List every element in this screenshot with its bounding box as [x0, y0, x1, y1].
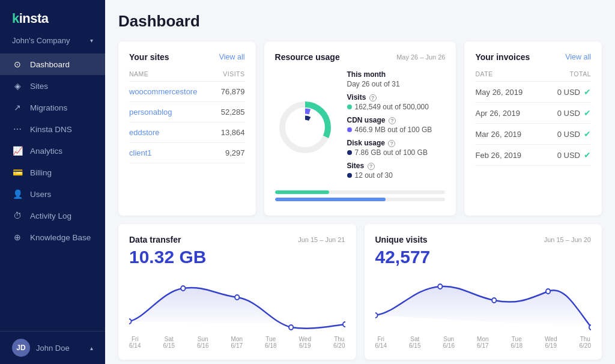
stat-sites: Sites ? 12 out of 30	[347, 162, 446, 180]
nav-menu: ⊙ Dashboard ◈ Sites ↗ Migrations ⋯ Kinst…	[0, 53, 105, 331]
site-visits: 76,879	[221, 87, 245, 96]
sites-icon: ◈	[12, 81, 23, 91]
svg-point-8	[343, 322, 345, 327]
help-icon[interactable]: ?	[369, 94, 377, 102]
dashboard-icon: ⊙	[12, 59, 23, 69]
x-label: Tue6/18	[511, 336, 523, 349]
data-transfer-chart	[129, 273, 345, 333]
donut-chart	[275, 97, 335, 157]
x-axis: Fri6/14 Sat6/15 Sun6/16 Mon6/17 Tue6/18 …	[129, 336, 345, 349]
resource-card: Resource usage May 26 – Jun 26	[264, 41, 456, 216]
check-icon: ✔	[584, 150, 591, 160]
company-name: John's Company	[12, 36, 70, 45]
sidebar-item-billing[interactable]: 💳 Billing	[0, 162, 105, 183]
site-link[interactable]: client1	[129, 148, 152, 157]
analytics-icon: 📈	[12, 146, 23, 156]
activity-log-icon: ⏱	[12, 211, 23, 220]
sidebar-item-label: Billing	[30, 168, 52, 177]
company-selector[interactable]: John's Company ▾	[0, 32, 105, 53]
chevron-down-icon: ▾	[90, 37, 93, 44]
x-label: Mon6/17	[477, 336, 488, 349]
site-link[interactable]: eddstore	[129, 128, 160, 137]
invoice-header: DATE TOTAL	[475, 70, 591, 82]
svg-point-4	[129, 319, 132, 324]
user-info: JD John Doe	[12, 339, 70, 357]
donut-svg	[275, 97, 335, 157]
main-content: Dashboard Your sites View all NAME VISIT…	[105, 0, 615, 364]
sidebar-item-analytics[interactable]: 📈 Analytics	[0, 140, 105, 162]
user-name: John Doe	[36, 344, 70, 353]
dot-navy	[347, 150, 352, 155]
invoices-view-all[interactable]: View all	[565, 53, 591, 61]
invoices-card-header: Your invoices View all	[475, 52, 591, 62]
resource-card-title: Resource usage	[275, 52, 340, 62]
x-label: Sat6/15	[163, 336, 175, 349]
sites-card-header: Your sites View all	[129, 52, 245, 62]
donut-container: This month Day 26 out of 31 Visits ? 162…	[275, 70, 446, 184]
unique-visits-value: 42,577	[375, 247, 592, 267]
x-label: Sat6/15	[409, 336, 420, 349]
sidebar-item-migrations[interactable]: ↗ Migrations	[0, 97, 105, 118]
sidebar-item-label: Sites	[30, 82, 48, 91]
invoice-date: Apr 26, 2019	[475, 109, 520, 118]
resource-stats: This month Day 26 out of 31 Visits ? 162…	[347, 70, 446, 184]
sites-view-all[interactable]: View all	[219, 53, 245, 61]
sidebar-item-dashboard[interactable]: ⊙ Dashboard	[0, 53, 105, 75]
sidebar-item-users[interactable]: 👤 Users	[0, 183, 105, 205]
sidebar-item-sites[interactable]: ◈ Sites	[0, 75, 105, 97]
help-icon[interactable]: ?	[388, 140, 395, 147]
sidebar-item-knowledge-base[interactable]: ⊕ Knowledge Base	[0, 226, 105, 248]
x-label: Thu6/20	[333, 336, 345, 349]
svg-point-12	[546, 289, 550, 294]
help-icon[interactable]: ?	[389, 117, 396, 124]
table-row: personablog 52,285	[129, 102, 245, 123]
col-date-label: DATE	[475, 70, 492, 77]
stat-value: 162,549 out of 500,000	[347, 103, 446, 111]
x-label: Fri6/14	[129, 336, 141, 349]
unique-visits-title: Unique visits	[375, 235, 428, 244]
logo: kinsta	[0, 0, 105, 32]
x-label: Sun6/16	[197, 336, 208, 349]
data-transfer-header: Data transfer Jun 15 – Jun 21	[129, 235, 345, 244]
dns-icon: ⋯	[12, 124, 23, 134]
sidebar-item-activity-log[interactable]: ⏱ Activity Log	[0, 205, 105, 226]
logo-text: kinsta	[12, 11, 49, 26]
table-row: client1 9,297	[129, 143, 245, 163]
check-icon: ✔	[584, 108, 591, 118]
sites-card-title: Your sites	[129, 52, 169, 62]
data-transfer-value: 10.32 GB	[129, 247, 345, 267]
chevron-up-icon: ▴	[90, 345, 93, 351]
progress-section	[275, 190, 446, 201]
data-transfer-date: Jun 15 – Jun 21	[298, 236, 345, 243]
svg-point-11	[492, 298, 496, 303]
dot-purple	[347, 127, 352, 132]
invoice-row: Apr 26, 2019 0 USD ✔	[475, 103, 591, 124]
x-label: Sun6/16	[443, 336, 455, 349]
stat-label: Sites ?	[347, 162, 446, 170]
table-row: eddstore 13,864	[129, 123, 245, 143]
x-label: Tue6/18	[265, 336, 276, 349]
top-grid: Your sites View all NAME VISITS woocomme…	[118, 41, 602, 216]
sites-card: Your sites View all NAME VISITS woocomme…	[118, 41, 256, 216]
page-title: Dashboard	[118, 12, 602, 31]
table-row: woocommercestore 76,879	[129, 82, 245, 102]
x-label: Fri6/14	[375, 336, 387, 349]
site-link[interactable]: woocommercestore	[129, 87, 197, 96]
data-transfer-title: Data transfer	[129, 235, 181, 244]
sidebar-item-kinsta-dns[interactable]: ⋯ Kinsta DNS	[0, 118, 105, 140]
stat-value: 12 out of 30	[347, 171, 446, 180]
dot-navy	[347, 173, 352, 178]
invoice-row: May 26, 2019 0 USD ✔	[475, 82, 591, 103]
invoice-amount: 0 USD ✔	[557, 87, 591, 97]
site-visits: 13,864	[221, 128, 245, 137]
invoices-card-title: Your invoices	[475, 52, 530, 62]
unique-visits-date: Jun 15 – Jun 20	[544, 236, 591, 243]
site-link[interactable]: personablog	[129, 108, 172, 117]
x-label: Wed6/19	[545, 336, 557, 349]
x-label: Thu6/20	[580, 336, 591, 349]
invoice-date: May 26, 2019	[475, 88, 523, 97]
help-icon[interactable]: ?	[368, 163, 375, 170]
col-visits-label: VISITS	[223, 70, 244, 77]
sidebar-item-label: Kinsta DNS	[30, 125, 72, 134]
sidebar-item-label: Dashboard	[30, 60, 70, 69]
